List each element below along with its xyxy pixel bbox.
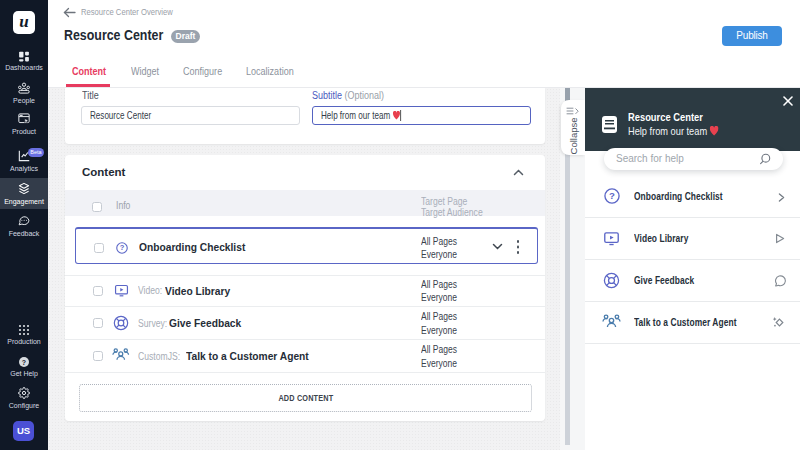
svg-text:?: ? <box>119 243 124 252</box>
svg-text:?: ? <box>609 190 615 201</box>
svg-text:?: ? <box>22 359 26 366</box>
